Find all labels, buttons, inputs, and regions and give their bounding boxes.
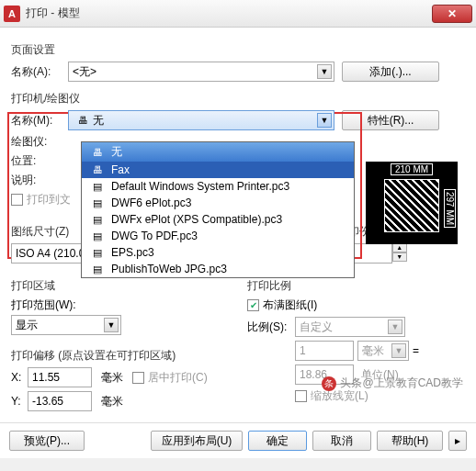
- group-scale: 打印比例: [247, 278, 465, 294]
- page-icon: ▤: [87, 181, 108, 193]
- print-range-label: 打印范围(W):: [11, 297, 229, 313]
- group-print-area: 打印区域: [11, 278, 229, 294]
- titlebar: A 打印 - 模型 ✕: [0, 0, 476, 28]
- chevron-down-icon: ▼: [388, 320, 402, 334]
- properties-button[interactable]: 特性(R)...: [342, 110, 439, 130]
- group-offset: 打印偏移 (原点设置在可打印区域): [11, 348, 229, 364]
- window-title: 打印 - 模型: [26, 6, 80, 21]
- name-label: 名称(A):: [11, 64, 68, 80]
- fit-to-paper-checkbox[interactable]: ✔: [247, 299, 259, 311]
- dropdown-item[interactable]: ▤PublishToWeb JPG.pc3: [82, 261, 354, 277]
- x-offset-input[interactable]: 11.55: [28, 367, 92, 387]
- page-setup-name-select[interactable]: <无> ▼: [68, 62, 334, 82]
- location-label: 位置:: [11, 153, 68, 169]
- printer-name-label: 名称(M):: [11, 113, 68, 129]
- dropdown-item[interactable]: ▤DWF6 ePlot.pc3: [82, 195, 354, 211]
- y-label: Y:: [11, 395, 28, 408]
- dropdown-item[interactable]: ▤EPS.pc3: [82, 244, 354, 261]
- watermark: 条 头条@上景教育CAD教学: [322, 376, 463, 391]
- scale-unit-select: 毫米▼: [357, 341, 409, 361]
- printer-name-value: 无: [93, 113, 104, 129]
- dropdown-item[interactable]: ▤DWG To PDF.pc3: [82, 228, 354, 244]
- printer-dropdown[interactable]: 🖶无 🖶Fax ▤Default Windows System Printer.…: [81, 141, 355, 278]
- add-button[interactable]: 添加(.)...: [342, 62, 439, 82]
- copies-spinner: ▲▼: [392, 243, 407, 264]
- watermark-icon: 条: [322, 376, 336, 391]
- expand-button[interactable]: ▸: [448, 431, 467, 451]
- apply-layout-button[interactable]: 应用到布局(U): [151, 431, 243, 451]
- dropdown-item[interactable]: ▤DWFx ePlot (XPS Compatible).pc3: [82, 211, 354, 228]
- page-icon: ▤: [87, 247, 108, 259]
- chevron-down-icon: ▼: [317, 113, 332, 128]
- chevron-down-icon: ▼: [104, 318, 119, 332]
- close-button[interactable]: ✕: [432, 5, 472, 23]
- scale-label: 比例(S):: [247, 320, 295, 335]
- cancel-button[interactable]: 取消: [312, 431, 371, 451]
- center-label: 居中打印(C): [148, 370, 208, 386]
- printer-name-select[interactable]: 🖶 无 ▼: [68, 110, 334, 130]
- print-range-value: 显示: [16, 318, 38, 333]
- fit-to-paper-label: 布满图纸(I): [263, 297, 317, 313]
- plotter-label: 绘图仪:: [11, 134, 68, 150]
- y-offset-input[interactable]: -13.65: [28, 391, 92, 411]
- printer-icon: 🖶: [87, 164, 108, 175]
- center-checkbox: [132, 372, 144, 384]
- preview-page: [384, 179, 439, 232]
- y-unit: 毫米: [101, 394, 123, 409]
- help-button[interactable]: 帮助(H): [377, 431, 443, 451]
- printer-icon: 🖶: [87, 147, 108, 158]
- x-label: X:: [11, 371, 28, 384]
- description-label: 说明:: [11, 173, 68, 188]
- chevron-down-icon: ▼: [391, 343, 406, 358]
- dropdown-head[interactable]: 🖶无: [82, 142, 354, 162]
- group-printer: 打印机/绘图仪: [11, 91, 465, 107]
- print-to-file-checkbox: [11, 194, 23, 206]
- page-icon: ▤: [87, 214, 108, 226]
- paper-preview: 210 MM 297 MM: [366, 162, 458, 244]
- page-icon: ▤: [87, 197, 108, 209]
- scale-num-input: 1: [295, 341, 354, 361]
- chevron-down-icon: ▼: [317, 64, 332, 79]
- preview-button[interactable]: 预览(P)...: [9, 431, 85, 451]
- x-unit: 毫米: [101, 370, 123, 386]
- scale-select: 自定义 ▼: [295, 317, 405, 337]
- preview-height: 297 MM: [444, 189, 456, 228]
- print-range-select[interactable]: 显示 ▼: [11, 315, 121, 335]
- page-setup-name-value: <无>: [73, 64, 96, 80]
- print-to-file-label: 打印到文: [27, 192, 71, 207]
- dropdown-item[interactable]: ▤Default Windows System Printer.pc3: [82, 178, 354, 195]
- app-icon: A: [4, 6, 20, 22]
- page-icon: ▤: [87, 230, 108, 242]
- preview-width: 210 MM: [391, 163, 433, 175]
- ok-button[interactable]: 确定: [248, 431, 307, 451]
- scale-lineweight-checkbox: [295, 390, 307, 402]
- group-page-setup: 页面设置: [11, 42, 465, 58]
- dropdown-item-fax[interactable]: 🖶Fax: [82, 162, 354, 178]
- page-icon: ▤: [87, 264, 108, 275]
- equals-label: =: [413, 344, 419, 357]
- scale-value: 自定义: [300, 320, 333, 335]
- printer-icon: 🖶: [73, 115, 93, 126]
